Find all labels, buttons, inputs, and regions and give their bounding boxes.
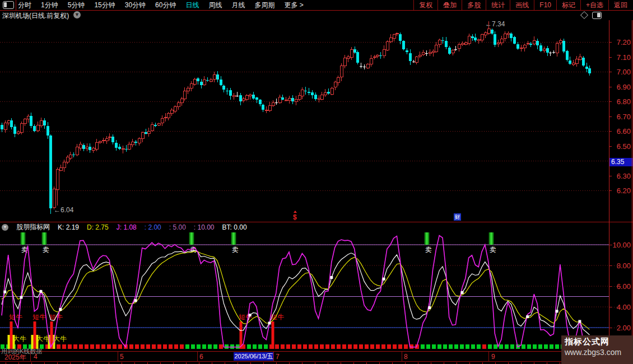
- axis-separator: [197, 352, 198, 362]
- svg-text:短牛: 短牛: [9, 313, 22, 321]
- axis-separator: [118, 352, 118, 362]
- indicator-value: : 5.00: [169, 223, 186, 231]
- tab-多周期[interactable]: 多周期: [254, 0, 274, 10]
- indicator-header: ▼ 股朋指标网 K: 2.19D: 2.75J: 1.08: 2.00: 5.0…: [0, 223, 608, 231]
- month-label: 9: [491, 353, 495, 361]
- tab-日线[interactable]: 日线: [185, 0, 199, 10]
- svg-text:短牛: 短牛: [32, 313, 46, 321]
- candles-layer: [1, 21, 591, 214]
- window-panes-icon[interactable]: [3, 1, 14, 9]
- pane-divider: [0, 222, 633, 222]
- axis-separator: [273, 352, 274, 362]
- page-title: 深圳机场(日线.前复权): [2, 11, 69, 21]
- indicator-value: J: 1.08: [117, 223, 137, 231]
- indicator-value: : 2.00: [145, 223, 161, 231]
- svg-text:卖: 卖: [490, 246, 496, 254]
- y-axis-label: 6.80: [610, 97, 631, 106]
- y-axis-label: 6.70: [610, 113, 631, 121]
- watermark: 指标公式网 www.zbgs3.com: [561, 335, 633, 364]
- svg-text:卖: 卖: [43, 246, 49, 254]
- y-axis-label: 6.90: [610, 83, 631, 91]
- tab-周线[interactable]: 周线: [208, 0, 222, 10]
- indicator-value: K: 2.19: [58, 223, 79, 231]
- split-pane-icon[interactable]: [592, 12, 602, 19]
- y-axis-label: 7.10: [610, 53, 631, 62]
- axis-separator: [488, 352, 489, 362]
- action-复权[interactable]: 复权: [413, 0, 437, 10]
- dividend-marker-arrow: [294, 211, 297, 213]
- tdx-app: 分时1分钟5分钟15分钟30分钟60分钟日线周线月线多周期更多 > 复权叠加多股…: [0, 0, 633, 364]
- low-price-annotation: ←6.04: [54, 206, 73, 214]
- collapse-chevron-icon[interactable]: ▼: [2, 224, 8, 231]
- month-label: 5: [120, 353, 124, 361]
- y-axis-label: 7.20: [610, 38, 631, 46]
- tab-30分钟[interactable]: 30分钟: [125, 0, 146, 10]
- svg-text:大牛: 大牛: [36, 335, 50, 343]
- kdj-line: [2, 251, 589, 329]
- watermark-title: 指标公式网: [565, 337, 633, 347]
- indicator-value: BT: 0.00: [222, 223, 247, 231]
- grid-layer: [0, 245, 609, 328]
- y-axis-label: 6.50: [610, 142, 631, 151]
- action-画线[interactable]: 画线: [510, 0, 534, 10]
- main-chart-svg[interactable]: [0, 20, 609, 222]
- svg-text:大牛: 大牛: [53, 335, 67, 343]
- action-多股[interactable]: 多股: [462, 0, 486, 10]
- tab-60分钟[interactable]: 60分钟: [155, 0, 176, 10]
- month-label: 7: [276, 353, 280, 361]
- y-axis-label: 6.60: [610, 127, 631, 136]
- indicator-panel-svg[interactable]: 卖卖卖卖卖卖短牛短牛短牛短牛短牛大牛大牛大牛: [0, 232, 609, 351]
- kdj-line: [2, 236, 589, 347]
- finance-report-marker[interactable]: 财: [454, 213, 461, 221]
- axis-separator: [402, 352, 402, 362]
- y-axis-label: 6.20: [610, 186, 631, 195]
- chevron-down-icon[interactable]: ▼: [73, 11, 81, 18]
- action-返回[interactable]: 返回: [608, 0, 632, 10]
- y-axis-label: 6.30: [610, 172, 631, 180]
- action-+自选[interactable]: +自选: [580, 0, 608, 10]
- indicator-value: : 10.00: [194, 223, 215, 231]
- indicator-name[interactable]: 股朋指标网: [16, 222, 50, 232]
- y-axis-label: 7.00: [610, 68, 631, 76]
- tab-月线[interactable]: 月线: [231, 0, 245, 10]
- selected-date-badge: 2025/06/13/五: [234, 352, 274, 361]
- action-统计[interactable]: 统计: [486, 0, 510, 10]
- month-label: 8: [404, 353, 408, 361]
- diamond-icon[interactable]: [580, 11, 588, 19]
- svg-text:大牛: 大牛: [13, 335, 26, 343]
- grid-layer: [0, 42, 609, 190]
- dividend-marker[interactable]: $: [293, 213, 297, 221]
- tab-分时[interactable]: 分时: [18, 0, 31, 10]
- tab-1分钟[interactable]: 1分钟: [41, 0, 58, 10]
- action-F10[interactable]: F10: [534, 0, 556, 10]
- svg-text:卖: 卖: [425, 246, 432, 254]
- grid-stub: [609, 328, 623, 328]
- watermark-url: www.zbgs3.com: [565, 348, 633, 357]
- grid-stub: [609, 286, 623, 287]
- grid-stub: [609, 265, 623, 266]
- period-tabs: 分时1分钟5分钟15分钟30分钟60分钟日线周线月线多周期更多 >: [18, 0, 304, 10]
- high-price-annotation: ←7.34: [485, 20, 505, 28]
- grid-stub: [609, 245, 623, 245]
- grid-stub: [609, 307, 623, 307]
- tab-更多 >[interactable]: 更多 >: [284, 0, 303, 10]
- kdj-line: [2, 250, 589, 335]
- title-row: 深圳机场(日线.前复权) ▼: [0, 11, 633, 20]
- tab-5分钟[interactable]: 5分钟: [68, 0, 85, 10]
- toolbar-separator: [16, 0, 16, 10]
- toolbar-actions: 复权叠加多股统计画线F10标记+自选返回: [413, 0, 632, 10]
- action-叠加[interactable]: 叠加: [437, 0, 462, 10]
- date-axis[interactable]: 2025年 2025/06/13/五 456789: [0, 352, 633, 362]
- price-highlight-badge: 6.35: [609, 158, 633, 166]
- svg-text:卖: 卖: [232, 246, 239, 254]
- axis-border: [609, 20, 609, 362]
- action-标记[interactable]: 标记: [556, 0, 580, 10]
- indicator-value: D: 2.75: [87, 223, 109, 231]
- tab-15分钟[interactable]: 15分钟: [94, 0, 115, 10]
- toolbar: 分时1分钟5分钟15分钟30分钟60分钟日线周线月线多周期更多 > 复权叠加多股…: [0, 0, 633, 11]
- signal-layer: 卖卖卖卖卖卖短牛短牛短牛短牛短牛大牛大牛大牛: [8, 232, 497, 349]
- month-label: 6: [199, 353, 203, 361]
- window-border-right: [632, 20, 632, 364]
